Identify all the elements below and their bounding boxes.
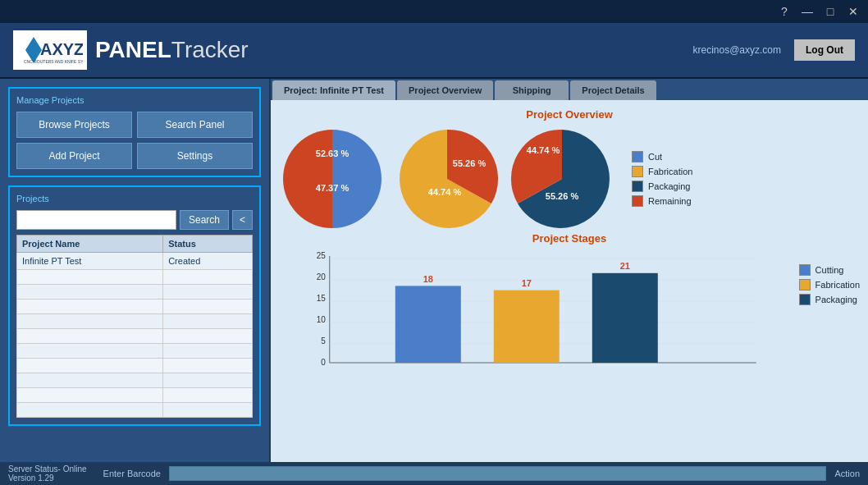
pie-chart-2: 44.74 % 55.26 % bbox=[394, 126, 500, 232]
pie-chart-3: 55.26 % 44.74 % bbox=[509, 126, 615, 232]
title-bar: ? — □ ✕ bbox=[0, 0, 868, 23]
col-status: Status bbox=[163, 236, 253, 253]
table-row bbox=[17, 285, 253, 300]
svg-text:15: 15 bbox=[317, 294, 327, 303]
bar-legend-color-packaging bbox=[799, 294, 811, 305]
bar-legend: Cutting Fabrication Packaging bbox=[799, 264, 860, 454]
project-name-cell: Infinite PT Test bbox=[17, 253, 163, 270]
manage-projects-box: Manage Projects Browse Projects Search P… bbox=[8, 87, 261, 177]
pie-section: Project Overview 47.37 % 52.63 % bbox=[279, 108, 860, 232]
header: AXYZ CNC ROUTERS AND KNIFE SYSTEMS PANEL… bbox=[0, 23, 868, 79]
svg-text:CNC ROUTERS AND KNIFE SYSTEMS: CNC ROUTERS AND KNIFE SYSTEMS bbox=[24, 59, 83, 64]
bar-legend-label-packaging: Packaging bbox=[815, 295, 857, 304]
add-project-button[interactable]: Add Project bbox=[16, 143, 132, 169]
table-row bbox=[17, 388, 253, 403]
bar-legend-color-fabrication bbox=[799, 279, 811, 291]
browse-projects-button[interactable]: Browse Projects bbox=[16, 112, 132, 138]
bar-chart-title: Project Stages bbox=[279, 232, 860, 245]
svg-text:21: 21 bbox=[620, 261, 630, 271]
svg-text:20: 20 bbox=[317, 272, 327, 281]
table-row bbox=[17, 329, 253, 344]
tab-project-details[interactable]: Project Details bbox=[570, 80, 656, 100]
legend-label-fabrication: Fabrication bbox=[648, 167, 692, 176]
help-button[interactable]: ? bbox=[776, 5, 793, 18]
action-label: Action bbox=[834, 469, 860, 478]
svg-text:25: 25 bbox=[317, 251, 327, 260]
projects-title: Projects bbox=[16, 194, 253, 204]
chart-area: Project Overview 47.37 % 52.63 % bbox=[271, 100, 868, 462]
svg-rect-22 bbox=[395, 286, 461, 363]
server-status-area: Server Status- Online Version 1.29 bbox=[8, 464, 87, 483]
svg-text:5: 5 bbox=[321, 336, 326, 345]
pie-charts-row: 47.37 % 52.63 % 44.74 % 55.26 % bbox=[279, 126, 860, 232]
header-right: krecinos@axyz.com Log Out bbox=[692, 39, 855, 61]
legend-label-cut: Cut bbox=[648, 152, 662, 162]
legend-label-packaging: Packaging bbox=[648, 181, 690, 191]
table-row bbox=[17, 403, 253, 418]
maximize-button[interactable]: □ bbox=[822, 5, 838, 18]
bottom-bar: Server Status- Online Version 1.29 Enter… bbox=[0, 462, 868, 485]
pie-legend: Cut Fabrication Packaging Remaining bbox=[632, 151, 692, 207]
bar-legend-color-cutting bbox=[799, 264, 811, 276]
logo-box: AXYZ CNC ROUTERS AND KNIFE SYSTEMS bbox=[13, 30, 87, 70]
logout-button[interactable]: Log Out bbox=[794, 39, 855, 61]
table-row bbox=[17, 314, 253, 329]
sidebar: Manage Projects Browse Projects Search P… bbox=[0, 79, 271, 462]
user-email: krecinos@axyz.com bbox=[692, 44, 781, 56]
svg-text:17: 17 bbox=[522, 278, 532, 288]
legend-label-remaining: Remaining bbox=[648, 196, 692, 206]
legend-color-fabrication bbox=[632, 166, 643, 177]
version-label: Version 1.29 bbox=[8, 474, 87, 483]
bar-legend-label-fabrication: Fabrication bbox=[815, 280, 860, 290]
legend-packaging: Packaging bbox=[632, 181, 692, 192]
svg-text:47.37 %: 47.37 % bbox=[316, 183, 349, 193]
tab-project-infinite[interactable]: Project: Infinite PT Test bbox=[272, 80, 395, 100]
legend-color-remaining bbox=[632, 195, 643, 207]
svg-text:44.74 %: 44.74 % bbox=[527, 145, 560, 155]
manage-btn-grid: Browse Projects Search Panel Add Project… bbox=[16, 112, 253, 169]
search-panel-button[interactable]: Search Panel bbox=[137, 112, 253, 138]
svg-rect-24 bbox=[494, 291, 560, 363]
legend-remaining: Remaining bbox=[632, 195, 692, 207]
minimize-button[interactable]: — bbox=[799, 5, 815, 18]
bar-legend-packaging: Packaging bbox=[799, 294, 860, 305]
bar-chart-container: 0 5 10 15 20 25 bbox=[279, 248, 860, 454]
svg-text:44.74 %: 44.74 % bbox=[428, 187, 462, 197]
table-row bbox=[17, 270, 253, 285]
tab-project-overview[interactable]: Project Overview bbox=[397, 80, 493, 100]
settings-button[interactable]: Settings bbox=[137, 143, 253, 169]
main-layout: Manage Projects Browse Projects Search P… bbox=[0, 79, 868, 462]
svg-text:55.26 %: 55.26 % bbox=[546, 191, 579, 201]
legend-fabrication: Fabrication bbox=[632, 166, 692, 177]
project-status-cell: Created bbox=[163, 253, 253, 270]
bar-section: Project Stages 0 5 10 15 20 bbox=[279, 232, 860, 454]
tab-shipping[interactable]: Shipping bbox=[495, 80, 569, 100]
filter-button[interactable]: < bbox=[232, 210, 253, 230]
search-input[interactable] bbox=[16, 210, 176, 230]
svg-text:18: 18 bbox=[423, 274, 433, 284]
search-row: Search < bbox=[16, 210, 253, 230]
pie-chart-1: 47.37 % 52.63 % bbox=[279, 126, 386, 232]
svg-text:52.63 %: 52.63 % bbox=[316, 149, 349, 158]
svg-text:10: 10 bbox=[317, 315, 327, 324]
server-status: Server Status- Online bbox=[8, 464, 87, 474]
svg-text:AXYZ: AXYZ bbox=[40, 40, 83, 58]
legend-color-cut bbox=[632, 151, 643, 162]
svg-text:55.26 %: 55.26 % bbox=[453, 158, 487, 168]
manage-projects-title: Manage Projects bbox=[16, 95, 253, 105]
svg-text:0: 0 bbox=[321, 358, 326, 367]
project-table: Project Name Status Infinite PT Test Cre… bbox=[16, 235, 253, 418]
col-project-name: Project Name bbox=[17, 236, 163, 253]
bar-legend-cutting: Cutting bbox=[799, 264, 860, 276]
table-row bbox=[17, 344, 253, 359]
content-area: Project: Infinite PT Test Project Overvi… bbox=[271, 79, 868, 462]
table-row bbox=[17, 373, 253, 388]
pie-chart-title: Project Overview bbox=[279, 108, 860, 121]
search-button[interactable]: Search bbox=[180, 210, 229, 230]
tab-bar: Project: Infinite PT Test Project Overvi… bbox=[271, 79, 868, 100]
table-row[interactable]: Infinite PT Test Created bbox=[17, 253, 253, 270]
app-title: PANELTracker bbox=[95, 37, 249, 63]
close-button[interactable]: ✕ bbox=[845, 5, 861, 18]
barcode-input[interactable] bbox=[169, 466, 826, 481]
bar-legend-label-cutting: Cutting bbox=[815, 265, 844, 275]
